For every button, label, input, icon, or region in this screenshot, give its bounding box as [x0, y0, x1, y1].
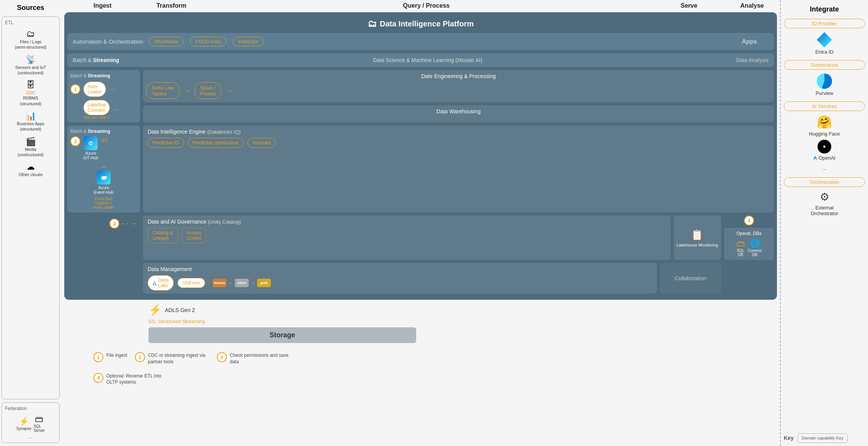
platform-icon: 🗂	[368, 18, 377, 29]
adls-icon: ⚡	[148, 304, 162, 316]
dm-right-space	[724, 263, 774, 294]
source-rdbms: 🗄 CDC RDBMS(structured)	[5, 80, 56, 106]
engine-title-text: Data Intelligence Engine	[148, 129, 206, 135]
storage-area: ⚡ ADLS Gen 2 SS: Structured Streaming St…	[64, 304, 777, 343]
gov-items: Catalog &Lineage AccessControl	[148, 228, 666, 243]
clouds-icon: ☁	[26, 162, 35, 172]
ss-badge: SS	[101, 138, 107, 143]
openai-label: A OpenAI	[813, 155, 835, 161]
legend-item-4: 4 Optional: Reverse ETL into OLTP system…	[93, 373, 168, 386]
lakeflow-item: LakeflowConnect See use case 1	[83, 100, 110, 119]
gov-title-text: Data and AI Governance	[148, 219, 206, 225]
source-files: 🗂 Files / Logs(semi-structured)	[5, 29, 56, 50]
bronze-medal: bronze	[213, 279, 226, 287]
header-query: Query / Process	[202, 2, 651, 9]
platform-title: 🗂 Data Intelligence Platform	[67, 15, 774, 33]
bizapps-icon: 📊	[26, 111, 36, 121]
dsml-batch-label: Batch & Streaming	[73, 57, 119, 63]
orchestration-badge: Orchestration	[784, 177, 865, 187]
silver-medal: silver	[235, 279, 249, 287]
id-provider-badge: ID Provider	[784, 19, 865, 28]
entra-item: Entra ID	[784, 32, 865, 55]
de-items: Delta LiveTables → Spark /Photon →	[146, 82, 771, 99]
purview-label: Purview	[816, 90, 833, 96]
de-title: Date Engineering & Processing	[146, 73, 771, 79]
synapse-label: Synapse	[16, 426, 31, 431]
dm-row: Data Management △ DeltaLake UniForm bron…	[67, 263, 774, 294]
num-3: 3	[109, 219, 119, 229]
sqlserver-icon: 🗃	[35, 414, 43, 424]
predictive-io: Predictive IO	[148, 138, 184, 148]
medal-arrow1: →	[228, 280, 233, 286]
gov-num3-row: 3 - - →	[109, 219, 137, 229]
access-control: AccessControl	[182, 228, 207, 243]
delta-live-tables: Delta LiveTables	[146, 82, 180, 99]
rdbms-label: CDC RDBMS(structured)	[20, 90, 41, 106]
delta-icon: △	[153, 280, 156, 286]
cosmosdb-item: 🌐 CosmosDB	[748, 239, 762, 257]
key-row: Key Domain capability Key	[784, 433, 865, 443]
source-bizapps: 📊 Business Apps(structured)	[5, 111, 56, 132]
platform-box: 🗂 Data Intelligence Platform Automation …	[64, 12, 777, 300]
num-2: 2	[70, 136, 80, 146]
openai-item: ✦ A OpenAI	[784, 140, 865, 161]
azure-iot-row: 2 ⚙ AzureIoT Hub SS	[70, 136, 137, 160]
azure-hub-item: 📨 AzureEvent Hub	[70, 171, 137, 194]
integrate-panel: Integrate ID Provider Entra ID Governanc…	[780, 0, 868, 446]
dsml-label: Data Science & Machine Learning (Mosaic …	[119, 57, 736, 63]
source-clouds: ☁ Other clouds	[5, 162, 56, 177]
dm-box: Data Management △ DeltaLake UniForm bron…	[143, 263, 657, 294]
center-diagram: Ingest Transform Query / Process Serve A…	[61, 0, 780, 446]
lakeflow-note: See use case 1	[83, 115, 110, 119]
ext-orch-item: ⚙ ExternalOrchestrator	[784, 191, 865, 216]
ingest-batch1: Batch & Streaming 1 AutoLoader → Lakeflo…	[67, 70, 140, 123]
dw-box: Data Warehousing	[143, 105, 774, 123]
azure-iot-label: AzureIoT Hub	[83, 151, 98, 160]
lakeflow-badge: LakeflowConnect	[83, 100, 110, 115]
assistant: Assistant	[248, 138, 276, 148]
key-label: Key	[784, 435, 794, 441]
huggingface-item: 🤗 Hugging Face	[784, 115, 865, 137]
main-content-row1: Batch & Streaming 1 AutoLoader → Lakeflo…	[67, 70, 774, 123]
sqldb-item: 🗃 SQLDB	[736, 239, 745, 257]
huggingface-icon: 🤗	[817, 115, 832, 129]
cosmosdb-label: CosmosDB	[748, 248, 762, 257]
num-1: 1	[70, 84, 80, 94]
key-badge: Domain capability Key	[798, 433, 848, 443]
purview-item: Purview	[784, 74, 865, 96]
openai-icon: ✦	[818, 140, 831, 154]
monitoring-box: 📋 Lakehouse Monitoring	[674, 216, 721, 260]
etl-section: ETL 🗂 Files / Logs(semi-structured) 📡 Se…	[2, 16, 60, 399]
gov-arrow: - - →	[122, 220, 137, 228]
header-transform: Transform	[141, 2, 202, 9]
sqldb-label: SQLDB	[737, 248, 744, 257]
media-icon: 🎬	[26, 137, 36, 147]
gov-subtitle: (Unity Catalog)	[208, 219, 241, 225]
gov-title: Data and AI Governance (Unity Catalog)	[148, 219, 666, 225]
operate-label: Operat. DBs	[727, 231, 771, 236]
de-arrow: →	[184, 87, 191, 95]
badge-workflows: Workflows	[149, 37, 184, 46]
gold-medal: gold	[257, 279, 271, 287]
de-arrow2: →	[225, 87, 232, 95]
clouds-label: Other clouds	[19, 172, 42, 177]
legend-item-2: 2 CDC or streaming ingest via partner to…	[135, 352, 209, 365]
source-sensors: 📡 Sensors and IoT(unstructured)	[5, 55, 56, 76]
ingest-row1: 1 AutoLoader →	[70, 82, 137, 97]
adls-item: ⚡ ADLS Gen 2	[148, 304, 195, 316]
arrow-right-2: →	[113, 106, 120, 114]
sqldb-icon: 🗃	[736, 239, 745, 248]
db-icons: 🗃 SQLDB 🌐 CosmosDB	[727, 239, 771, 257]
main-content-row2: Batch & Streaming 2 ⚙ AzureIoT Hub SS ..…	[67, 126, 774, 212]
predictive-opt: Predictive optimization	[188, 138, 244, 148]
header-serve: Serve	[651, 2, 727, 9]
monitoring-label: Lakehouse Monitoring	[677, 243, 718, 247]
engine-items: Predictive IO Predictive optimization As…	[148, 138, 769, 148]
legend-num-1: 1	[93, 352, 103, 362]
legend-text-3: Check permissions and save data	[230, 352, 291, 365]
ext-orch-icon: ⚙	[820, 191, 829, 203]
legend-area: 1 File ingest 2 CDC or streaming ingest …	[87, 348, 374, 389]
azure-hub-icon: 📨	[97, 171, 111, 185]
federation-more: ...	[5, 434, 56, 439]
arrow-right-1: →	[109, 85, 116, 93]
